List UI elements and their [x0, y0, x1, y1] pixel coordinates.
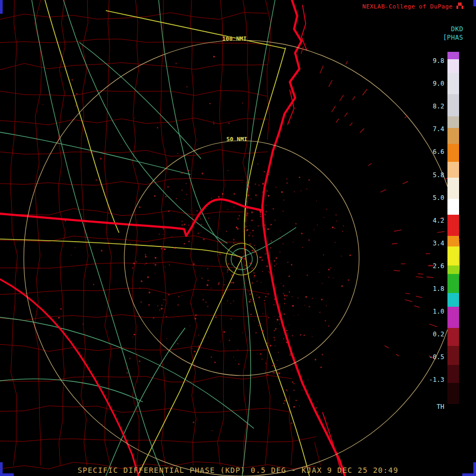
coastline — [0, 0, 345, 476]
colorbar-tick-label: 9.8 — [420, 57, 444, 65]
colorbar-tick-label: 5.0 — [420, 194, 444, 202]
corner-mark-top-left — [0, 0, 3, 14]
colorbar-tick-label: -1.3 — [420, 376, 444, 383]
color-scale-segment — [447, 404, 459, 418]
product-status-bar: SPECIFIC DIFFERENTIAL PHASE (KDP) 0.5 DE… — [0, 466, 476, 474]
color-scale-segment — [447, 246, 459, 266]
color-scale-segment — [447, 94, 459, 116]
color-scale-segment — [447, 307, 459, 328]
colorbar-tick-label: 4.2 — [420, 217, 444, 224]
color-scale-segment — [447, 383, 459, 404]
color-scale-segment — [447, 266, 459, 274]
attribution-text: NEXLAB-College of DuPage — [362, 3, 453, 10]
attribution-icon: ▞▚ — [456, 3, 463, 8]
colorbar-tick-label: 3.4 — [420, 240, 444, 247]
color-scale-segment — [447, 293, 459, 307]
colorbar-tick-label: -0.5 — [420, 353, 444, 361]
colorbar-tick-label: 5.8 — [420, 171, 444, 179]
corner-mark-top-right — [473, 0, 476, 6]
color-scale-segment — [447, 128, 459, 144]
color-scale-segment — [447, 328, 459, 346]
colorbar-tick-label: 9.0 — [420, 80, 444, 87]
color-scale-segment — [447, 52, 459, 59]
color-scale-segment — [447, 144, 459, 162]
color-scale-segment — [447, 199, 459, 215]
colorbar-tick-label: 1.8 — [420, 285, 444, 292]
primary-roads — [0, 0, 309, 476]
product-units-label: [PHAS — [443, 34, 463, 41]
outer-range-ring-label: 100 NMI — [222, 35, 246, 42]
radar-map — [0, 0, 476, 476]
colorbar-tick-label: 6.6 — [420, 148, 444, 155]
color-scale-segment — [447, 59, 459, 73]
color-scale-segment — [447, 236, 459, 246]
corner-mark-bottom-right-h — [462, 473, 476, 476]
color-scale-bar — [447, 52, 459, 418]
colorbar-tick-label: 0.2 — [420, 331, 444, 338]
color-scale-segment — [447, 346, 459, 365]
radar-echo-speckles — [42, 56, 351, 431]
inner-range-ring-label: 50 NMI — [226, 136, 248, 143]
color-scale-segment — [447, 365, 459, 383]
county-boundaries — [0, 0, 321, 469]
secondary-roads — [0, 0, 296, 476]
colorbar-tick-label: 1.0 — [420, 308, 444, 315]
color-scale-segment — [447, 274, 459, 293]
color-scale-unit-label: TH — [420, 403, 444, 410]
radar-viewer: 100 NMI 50 NMI NEXLAB-College of DuPage … — [0, 0, 476, 476]
colorbar-tick-label: 7.4 — [420, 125, 444, 133]
colorbar-tick-label: 8.2 — [420, 103, 444, 110]
colorbar-tick-label: 2.6 — [420, 262, 444, 270]
color-scale-segment — [447, 215, 459, 236]
color-scale-segment — [447, 178, 459, 199]
color-scale-segment — [447, 116, 459, 128]
color-scale-segment — [447, 73, 459, 94]
corner-mark-bottom-left-h — [0, 473, 14, 476]
color-scale-segment — [447, 162, 459, 178]
product-code-label: DKD — [451, 25, 463, 33]
